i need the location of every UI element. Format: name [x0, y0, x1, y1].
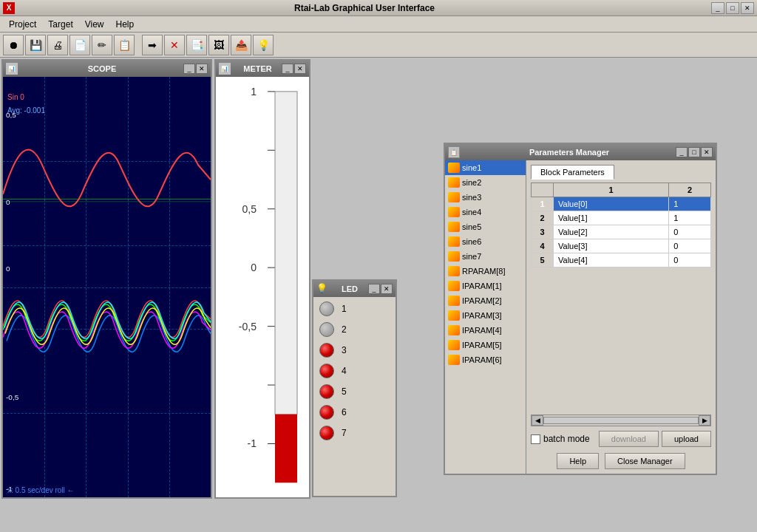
tab-block-parameters[interactable]: Block Parameters — [531, 165, 614, 180]
scope-icon: 📊 — [6, 63, 18, 75]
params-maximize[interactable]: □ — [688, 147, 700, 157]
params-list-item-sine5[interactable]: sine5 — [445, 219, 526, 234]
led-title: LED — [331, 284, 368, 293]
params-list-item-sine4[interactable]: sine4 — [445, 205, 526, 219]
scroll-thumb[interactable] — [543, 417, 699, 424]
params-list-item-sine2[interactable]: sine2 — [445, 175, 526, 190]
sine6-label: sine6 — [462, 237, 481, 246]
led-label-3: 3 — [342, 345, 347, 355]
svg-text:0: 0 — [6, 265, 10, 273]
params-list-item-rparam8[interactable]: RPARAM[8] — [445, 264, 526, 279]
meter-close[interactable]: ✕ — [294, 64, 306, 74]
batch-checkbox[interactable] — [531, 434, 540, 444]
row1-value[interactable]: 1 — [669, 197, 711, 211]
sine1-label: sine1 — [462, 163, 481, 172]
close-manager-button[interactable]: Close Manager — [605, 453, 685, 469]
params-list-item-sine3[interactable]: sine3 — [445, 190, 526, 205]
minimize-button[interactable]: _ — [711, 2, 724, 14]
params-table: 1 2 1 Value[0] 1 2 Value[1] — [531, 183, 711, 267]
scope-close[interactable]: ✕ — [196, 64, 208, 74]
table-row-1[interactable]: 1 Value[0] 1 — [532, 197, 711, 211]
help-button[interactable]: Help — [557, 453, 599, 469]
led-label-1: 1 — [342, 304, 347, 314]
toolbar-print[interactable]: 🖨 — [47, 35, 68, 55]
iparam3-label: IPARAM[3] — [462, 311, 502, 320]
led-window: 💡 LED _ ✕ 1 2 3 4 — [312, 279, 397, 497]
row5-value[interactable]: 0 — [669, 253, 711, 267]
scope-x-label: x: 0.5 sec/dev roll ← — [7, 486, 75, 494]
scroll-right-btn[interactable]: ▶ — [699, 415, 710, 426]
table-row-4[interactable]: 4 Value[3] 0 — [532, 239, 711, 253]
toolbar-stop[interactable]: ✕ — [164, 35, 185, 55]
scroll-left-btn[interactable]: ◀ — [532, 415, 543, 426]
led-minimize[interactable]: _ — [368, 284, 380, 294]
col1-header: 1 — [554, 183, 669, 197]
iparam6-icon — [448, 355, 460, 365]
params-list-item-iparam3[interactable]: IPARAM[3] — [445, 308, 526, 323]
params-close[interactable]: ✕ — [701, 147, 713, 157]
params-list-item-sine6[interactable]: sine6 — [445, 234, 526, 249]
led-content: 1 2 3 4 5 6 7 — [313, 297, 396, 451]
menu-help[interactable]: Help — [110, 18, 140, 31]
menu-target[interactable]: Target — [42, 18, 78, 31]
row3-value[interactable]: 0 — [669, 225, 711, 239]
table-row-3[interactable]: 3 Value[2] 0 — [532, 225, 711, 239]
params-minimize[interactable]: _ — [676, 147, 688, 157]
led-circle-6 — [319, 405, 334, 420]
toolbar-power[interactable]: ⏺ — [3, 35, 24, 55]
params-scrollbar[interactable]: ◀ ▶ — [531, 415, 711, 426]
params-list-item-iparam4[interactable]: IPARAM[4] — [445, 323, 526, 338]
params-list-item-sine7[interactable]: sine7 — [445, 249, 526, 264]
meter-minimize[interactable]: _ — [282, 64, 293, 74]
params-list-item-iparam5[interactable]: IPARAM[5] — [445, 338, 526, 352]
menu-project[interactable]: Project — [3, 18, 42, 31]
row4-num: 4 — [532, 239, 554, 253]
led-close[interactable]: ✕ — [381, 284, 393, 294]
row5-param: Value[4] — [554, 253, 669, 267]
params-titlebar: 📋 Parameters Manager _ □ ✕ — [445, 144, 716, 160]
toolbar-run[interactable]: ➡ — [142, 35, 163, 55]
params-list-item-iparam6[interactable]: IPARAM[6] — [445, 352, 526, 367]
svg-text:-1: -1 — [248, 438, 257, 450]
scope-minimize[interactable]: _ — [183, 64, 195, 74]
toolbar-image[interactable]: 🖼 — [208, 35, 229, 55]
sine3-label: sine3 — [462, 193, 481, 202]
sine4-label: sine4 — [462, 208, 481, 216]
toolbar-save[interactable]: 💾 — [25, 35, 46, 55]
params-list-item-sine1[interactable]: sine1 — [445, 160, 526, 175]
led-item-7: 7 — [319, 426, 390, 440]
led-item-3: 3 — [319, 343, 390, 358]
scope-plot: Sin 0 Avg: -0.001 0 0,5 — [3, 77, 211, 497]
sine2-icon — [448, 177, 460, 188]
toolbar-edit[interactable]: ✏ — [92, 35, 112, 55]
menu-view[interactable]: View — [79, 18, 110, 31]
row3-num: 3 — [532, 225, 554, 239]
toolbar-clipboard[interactable]: 📋 — [114, 35, 135, 55]
toolbar-copy[interactable]: 📑 — [186, 35, 207, 55]
row4-value[interactable]: 0 — [669, 239, 711, 253]
params-list: sine1 sine2 sine3 sine4 sine5 — [445, 160, 526, 474]
params-right: Block Parameters 1 2 1 — [526, 160, 716, 474]
led-item-4: 4 — [319, 364, 390, 378]
scope-titlebar: 📊 SCOPE _ ✕ — [3, 61, 211, 77]
maximize-button[interactable]: □ — [726, 2, 739, 14]
rparam8-icon — [448, 266, 460, 276]
close-button[interactable]: ✕ — [741, 2, 754, 14]
params-list-item-iparam1[interactable]: IPARAM[1] — [445, 279, 526, 293]
tab-bar: Block Parameters — [531, 165, 711, 180]
toolbar-light[interactable]: 💡 — [253, 35, 274, 55]
params-list-item-iparam2[interactable]: IPARAM[2] — [445, 293, 526, 308]
row2-value[interactable]: 1 — [669, 211, 711, 225]
download-button[interactable]: download — [599, 431, 659, 447]
iparam5-label: IPARAM[5] — [462, 341, 502, 349]
toolbar: ⏺ 💾 🖨 📄 ✏ 📋 ➡ ✕ 📑 🖼 📤 💡 — [0, 33, 757, 58]
toolbar-open[interactable]: 📄 — [69, 35, 90, 55]
led-item-2: 2 — [319, 322, 390, 337]
iparam5-icon — [448, 340, 460, 350]
toolbar-export[interactable]: 📤 — [231, 35, 251, 55]
svg-text:0: 0 — [251, 262, 257, 273]
table-row-5[interactable]: 5 Value[4] 0 — [532, 253, 711, 267]
led-circle-7 — [319, 426, 334, 440]
table-row-2[interactable]: 2 Value[1] 1 — [532, 211, 711, 225]
upload-button[interactable]: upload — [662, 431, 711, 447]
